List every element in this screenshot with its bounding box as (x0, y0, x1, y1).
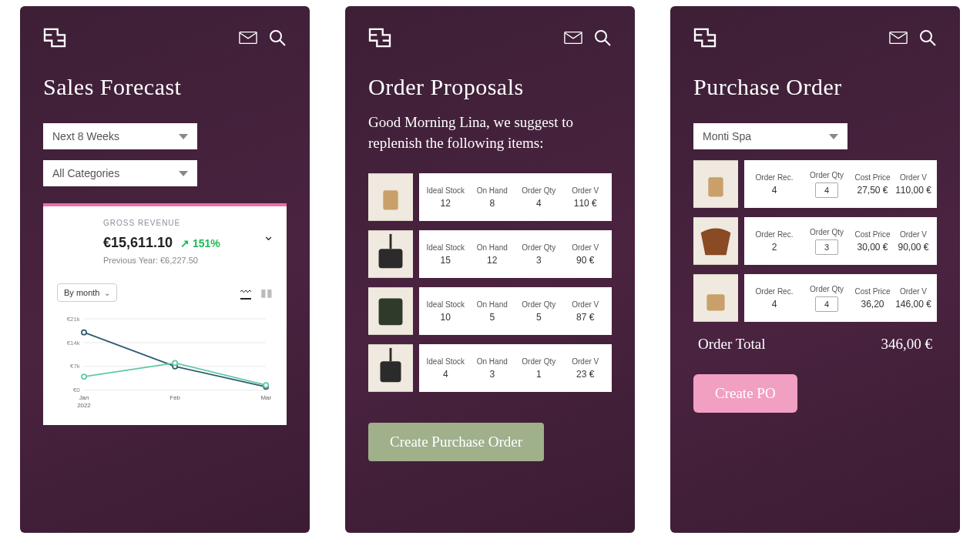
col-order-qty: Order Qty (515, 300, 562, 309)
chevron-down-icon (179, 134, 188, 139)
svg-rect-34 (890, 32, 907, 44)
on-hand-value: 5 (469, 312, 516, 323)
po-row[interactable]: Order Rec.4 Order Qty4 Cost Price27,50 €… (693, 160, 937, 208)
svg-text:Jan: Jan (79, 394, 89, 401)
order-qty-input[interactable]: 3 (815, 239, 838, 255)
svg-point-19 (173, 360, 177, 365)
search-icon[interactable] (593, 28, 612, 47)
bar-chart-icon[interactable]: ▮▮ (260, 286, 273, 299)
revenue-trend: 151% (180, 237, 220, 249)
ideal-stock-value: 15 (422, 255, 469, 266)
svg-rect-38 (708, 177, 723, 196)
category-dropdown[interactable]: All Categories (43, 160, 197, 186)
greeting-subtitle: Good Morning Lina, we suggest to repleni… (368, 112, 612, 153)
col-order-rec: Order Rec. (747, 230, 801, 239)
app-logo-icon (368, 28, 391, 48)
proposal-row[interactable]: Ideal Stock15 On Hand12 Order Qty3 Order… (368, 230, 612, 278)
mail-icon[interactable] (889, 28, 908, 47)
col-on-hand: On Hand (469, 357, 516, 366)
col-order-qty: Order Qty (515, 357, 562, 366)
category-dropdown-value: All Categories (52, 167, 119, 179)
po-row[interactable]: Order Rec.4 Order Qty4 Cost Price36,20 O… (693, 274, 937, 322)
svg-rect-30 (379, 299, 403, 326)
cost-price-value: 36,20 (852, 299, 893, 310)
create-purchase-order-button[interactable]: Create Purchase Order (368, 423, 544, 461)
svg-text:€7k: €7k (70, 363, 80, 370)
order-total-value: 346,00 € (881, 336, 933, 353)
app-header (368, 28, 612, 48)
order-value: 90,00 € (893, 242, 934, 253)
proposal-row[interactable]: Ideal Stock12 On Hand8 Order Qty4 Order … (368, 173, 612, 221)
order-value: 90 € (562, 255, 609, 266)
svg-text:2022: 2022 (77, 402, 90, 409)
cost-price-value: 27,50 € (852, 185, 893, 196)
po-row[interactable]: Order Rec.2 Order Qty3 Cost Price30,00 €… (693, 217, 937, 265)
svg-rect-41 (706, 294, 724, 310)
svg-point-35 (921, 31, 931, 42)
supplier-dropdown[interactable]: Monti Spa (693, 123, 847, 149)
order-value: 146,00 € (893, 299, 934, 310)
purchase-order-panel: Purchase Order Monti Spa Order Rec.4 Ord… (670, 6, 960, 533)
col-ideal-stock: Ideal Stock (422, 186, 469, 195)
proposal-data: Ideal Stock12 On Hand8 Order Qty4 Order … (419, 173, 612, 221)
svg-point-1 (270, 31, 281, 42)
col-ideal-stock: Ideal Stock (422, 300, 469, 309)
col-order-value: Order V (562, 186, 609, 195)
chart-metric-label: GROSS REVENUE (103, 219, 273, 227)
mail-icon[interactable] (564, 28, 582, 47)
proposal-row[interactable]: Ideal Stock4 On Hand3 Order Qty1 Order V… (368, 344, 612, 392)
svg-line-2 (280, 40, 285, 45)
col-order-qty: Order Qty (801, 228, 852, 236)
proposal-data: Ideal Stock15 On Hand12 Order Qty3 Order… (419, 230, 612, 278)
ideal-stock-value: 10 (422, 312, 469, 323)
svg-text:Feb: Feb (169, 394, 180, 401)
col-order-value: Order V (893, 230, 934, 239)
order-total-label: Order Total (698, 336, 766, 353)
chevron-down-icon (829, 134, 838, 139)
col-order-value: Order V (562, 243, 609, 252)
period-dropdown[interactable]: Next 8 Weeks (43, 123, 197, 149)
chevron-down-icon (179, 171, 188, 176)
on-hand-value: 3 (469, 369, 516, 380)
sales-forecast-panel: Sales Forecast Next 8 Weeks All Categori… (20, 6, 310, 533)
order-qty-value: 1 (515, 369, 562, 380)
expand-chevron-icon[interactable]: ⌄ (263, 227, 274, 244)
order-qty-input[interactable]: 4 (815, 296, 838, 312)
col-ideal-stock: Ideal Stock (422, 357, 469, 366)
period-dropdown-value: Next 8 Weeks (52, 130, 119, 142)
app-logo-icon (693, 28, 717, 48)
col-order-value: Order V (562, 357, 609, 366)
po-data: Order Rec.2 Order Qty3 Cost Price30,00 €… (744, 217, 937, 265)
svg-rect-27 (379, 249, 403, 268)
create-po-button[interactable]: Create PO (693, 374, 797, 413)
revenue-chart-card: GROSS REVENUE ⌄ €15,611.10 151% Previous… (43, 203, 287, 425)
app-header (693, 28, 937, 48)
previous-year-label: Previous Year: €6,227.50 (103, 256, 273, 265)
search-icon[interactable] (268, 28, 287, 47)
supplier-dropdown-value: Monti Spa (703, 130, 751, 142)
col-order-value: Order V (893, 287, 934, 296)
page-title: Order Proposals (368, 74, 612, 100)
chevron-down-icon: ⌄ (104, 289, 110, 297)
col-order-rec: Order Rec. (747, 287, 801, 296)
svg-text:€21k: €21k (67, 316, 80, 323)
order-rec-value: 4 (747, 299, 801, 310)
proposal-row[interactable]: Ideal Stock10 On Hand5 Order Qty5 Order … (368, 287, 612, 335)
order-qty-value: 5 (515, 312, 562, 323)
svg-rect-0 (240, 32, 257, 44)
line-chart-icon[interactable]: 〰 (240, 286, 251, 300)
chart-period-select[interactable]: By month ⌄ (57, 283, 117, 302)
col-cost-price: Cost Price (852, 230, 893, 239)
order-qty-input[interactable]: 4 (815, 182, 838, 198)
product-thumbnail (368, 230, 413, 278)
order-value: 110 € (562, 198, 609, 209)
ideal-stock-value: 4 (422, 369, 469, 380)
mail-icon[interactable] (239, 28, 257, 47)
search-icon[interactable] (918, 28, 937, 47)
col-order-rec: Order Rec. (747, 173, 801, 182)
order-total-row: Order Total 346,00 € (693, 336, 937, 353)
col-on-hand: On Hand (469, 186, 516, 195)
svg-rect-32 (380, 361, 401, 382)
cost-price-value: 30,00 € (852, 242, 893, 253)
col-on-hand: On Hand (469, 300, 516, 309)
